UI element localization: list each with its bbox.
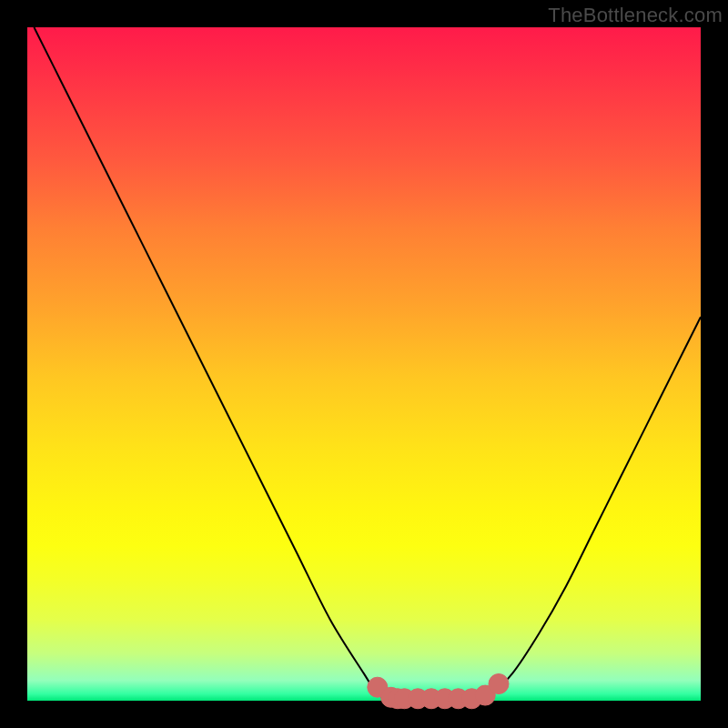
marker-group [368,674,509,709]
bottleneck-curve [34,27,701,703]
plot-area [27,27,701,701]
range-marker [489,674,509,694]
watermark-text: TheBottleneck.com [548,4,723,27]
curve-group [34,27,701,703]
curve-svg [27,27,701,701]
chart-frame: TheBottleneck.com [0,0,728,728]
